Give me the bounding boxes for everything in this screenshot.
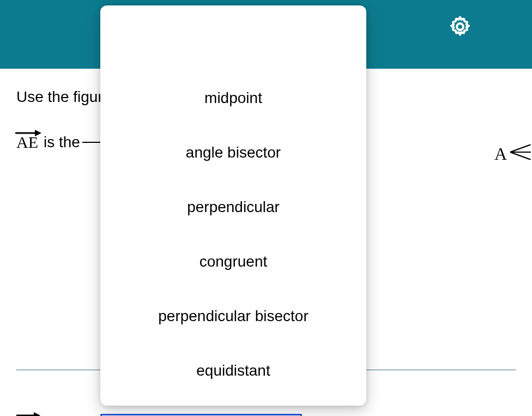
statement-middle-text: is the xyxy=(44,134,80,151)
gear-icon xyxy=(448,15,472,40)
settings-button[interactable] xyxy=(447,14,473,40)
dropdown-menu: midpoint angle bisector perpendicular co… xyxy=(100,5,366,406)
ray-AE-symbol: AE xyxy=(16,133,38,152)
point-A-label: A xyxy=(494,144,507,164)
dropdown-option-perpendicular[interactable]: perpendicular xyxy=(100,180,366,234)
dropdown-option-equidistant[interactable]: equidistant xyxy=(100,343,366,398)
dropdown-option-angle-bisector[interactable]: angle bisector xyxy=(100,125,366,180)
ray-arrow-icon xyxy=(15,122,41,130)
svg-marker-7 xyxy=(34,412,40,416)
dropdown-option-congruent[interactable]: congruent xyxy=(100,234,366,289)
figure-point-A: A xyxy=(494,144,531,164)
svg-line-5 xyxy=(510,152,531,160)
dropdown-option-midpoint[interactable]: midpoint xyxy=(100,71,366,125)
answer-dropdown-field[interactable] xyxy=(100,414,302,416)
svg-line-3 xyxy=(510,144,531,152)
dropdown-option-perpendicular-bisector[interactable]: perpendicular bisector xyxy=(100,289,366,343)
svg-point-0 xyxy=(457,23,463,30)
answer-row xyxy=(16,412,302,416)
angle-icon xyxy=(510,144,531,164)
arrow-icon xyxy=(16,412,40,416)
svg-marker-2 xyxy=(35,130,41,136)
